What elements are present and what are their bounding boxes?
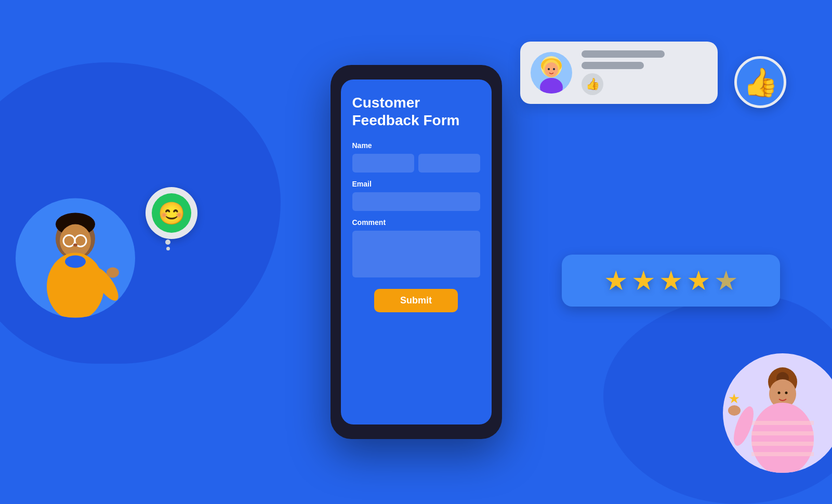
- big-thumbs-up-icon: 👍: [743, 66, 778, 99]
- svg-point-10: [107, 268, 119, 278]
- svg-point-22: [778, 392, 781, 394]
- comment-textarea[interactable]: [352, 231, 480, 277]
- profile-bar-long: [582, 50, 665, 58]
- emoji-dots: [165, 240, 170, 250]
- emoji-bubble: 😊: [146, 187, 197, 239]
- profile-thumb-icon: 👍: [582, 73, 603, 95]
- svg-rect-28: [751, 452, 814, 456]
- name-field-group: Name: [352, 141, 480, 173]
- svg-point-16: [553, 68, 555, 70]
- submit-button[interactable]: Submit: [374, 289, 458, 312]
- svg-point-24: [751, 403, 814, 473]
- svg-point-17: [540, 78, 563, 94]
- profile-info: 👍: [582, 50, 707, 95]
- first-name-input[interactable]: [352, 154, 414, 173]
- svg-point-23: [785, 392, 788, 394]
- star-3: ★: [659, 265, 683, 296]
- profile-card: 👍: [520, 42, 718, 104]
- left-person-svg: [29, 204, 122, 318]
- svg-point-15: [548, 68, 550, 70]
- email-input[interactable]: [352, 192, 480, 211]
- phone-mockup: Customer Feedback Form Name Email Commen…: [331, 65, 502, 439]
- left-avatar-circle: [16, 198, 135, 318]
- comment-label: Comment: [352, 218, 480, 227]
- name-input-row: [352, 154, 480, 173]
- profile-avatar: [531, 52, 572, 94]
- svg-point-14: [545, 62, 558, 77]
- star-5: ★: [714, 265, 738, 296]
- big-thumbs-up: 👍: [734, 56, 786, 108]
- emoji-dot-2: [166, 247, 170, 250]
- svg-rect-25: [751, 421, 814, 425]
- email-label: Email: [352, 180, 480, 188]
- phone-screen: Customer Feedback Form Name Email Commen…: [341, 79, 492, 425]
- form-title: Customer Feedback Form: [352, 94, 480, 131]
- comment-field-group: Comment: [352, 218, 480, 277]
- star-4: ★: [686, 265, 711, 296]
- profile-bar-short: [582, 62, 644, 69]
- star-1: ★: [604, 265, 628, 296]
- svg-text:★: ★: [728, 391, 740, 406]
- svg-rect-27: [751, 442, 814, 446]
- svg-point-30: [728, 405, 741, 416]
- svg-point-8: [65, 256, 86, 268]
- smiley-icon: 😊: [158, 201, 185, 226]
- last-name-input[interactable]: [418, 154, 480, 173]
- email-field-group: Email: [352, 180, 480, 211]
- emoji-face: 😊: [152, 193, 191, 233]
- star-2: ★: [631, 265, 656, 296]
- name-label: Name: [352, 141, 480, 150]
- form-title-text: Customer Feedback Form: [352, 94, 480, 129]
- profile-person-svg: [531, 52, 572, 94]
- emoji-dot-1: [165, 240, 170, 245]
- svg-rect-26: [751, 431, 814, 435]
- star-rating-card: ★ ★ ★ ★ ★: [562, 255, 780, 307]
- svg-point-6: [73, 244, 77, 247]
